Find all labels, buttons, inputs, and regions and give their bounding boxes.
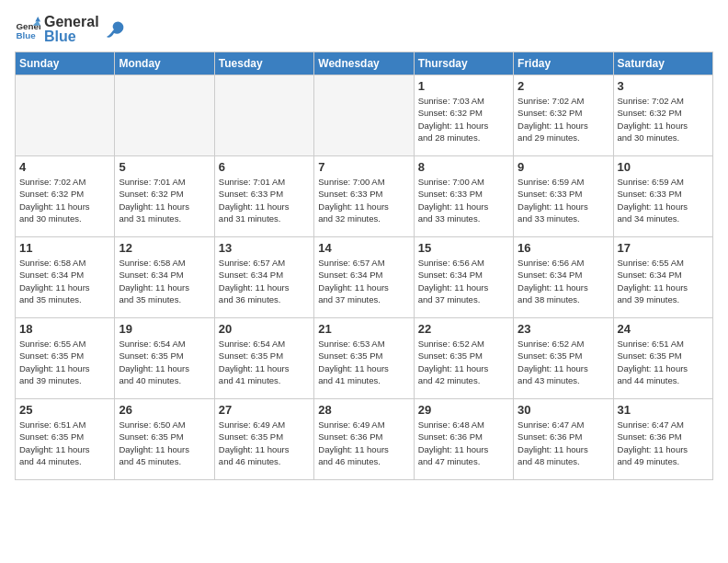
calendar-week-5: 25Sunrise: 6:51 AMSunset: 6:35 PMDayligh… — [16, 399, 713, 480]
calendar-cell: 22Sunrise: 6:52 AMSunset: 6:35 PMDayligh… — [414, 318, 513, 399]
calendar-cell: 28Sunrise: 6:49 AMSunset: 6:36 PMDayligh… — [314, 399, 414, 480]
day-detail: Sunrise: 6:53 AMSunset: 6:35 PMDaylight:… — [318, 338, 409, 386]
logo-text-blue: Blue — [44, 29, 99, 44]
day-detail: Sunrise: 6:54 AMSunset: 6:35 PMDaylight:… — [119, 338, 210, 386]
calendar-cell: 20Sunrise: 6:54 AMSunset: 6:35 PMDayligh… — [214, 318, 313, 399]
day-detail: Sunrise: 7:02 AMSunset: 6:32 PMDaylight:… — [618, 95, 709, 144]
day-detail: Sunrise: 6:59 AMSunset: 6:33 PMDaylight:… — [618, 176, 709, 224]
day-detail: Sunrise: 6:57 AMSunset: 6:34 PMDaylight:… — [318, 257, 409, 305]
day-number: 12 — [119, 241, 210, 255]
day-detail: Sunrise: 6:52 AMSunset: 6:35 PMDaylight:… — [418, 338, 509, 386]
calendar-cell: 29Sunrise: 6:48 AMSunset: 6:36 PMDayligh… — [414, 399, 513, 480]
day-detail: Sunrise: 6:47 AMSunset: 6:36 PMDaylight:… — [518, 419, 609, 467]
day-number: 29 — [418, 403, 509, 417]
day-detail: Sunrise: 7:00 AMSunset: 6:33 PMDaylight:… — [418, 176, 509, 224]
calendar-cell: 24Sunrise: 6:51 AMSunset: 6:35 PMDayligh… — [613, 318, 712, 399]
calendar-cell: 17Sunrise: 6:55 AMSunset: 6:34 PMDayligh… — [613, 237, 712, 318]
svg-text:Blue: Blue — [16, 30, 36, 40]
day-number: 25 — [19, 403, 110, 417]
calendar-cell: 30Sunrise: 6:47 AMSunset: 6:36 PMDayligh… — [514, 399, 613, 480]
calendar-cell — [214, 75, 313, 156]
day-number: 10 — [618, 160, 709, 174]
day-number: 21 — [318, 322, 409, 336]
calendar-cell: 19Sunrise: 6:54 AMSunset: 6:35 PMDayligh… — [115, 318, 214, 399]
day-number: 14 — [318, 241, 409, 255]
day-number: 16 — [518, 241, 609, 255]
day-number: 8 — [418, 160, 509, 174]
day-number: 3 — [618, 79, 709, 93]
day-detail: Sunrise: 7:02 AMSunset: 6:32 PMDaylight:… — [19, 176, 110, 224]
calendar-cell: 7Sunrise: 7:00 AMSunset: 6:33 PMDaylight… — [314, 156, 414, 237]
calendar-cell: 1Sunrise: 7:03 AMSunset: 6:32 PMDaylight… — [414, 75, 513, 156]
calendar-cell: 23Sunrise: 6:52 AMSunset: 6:35 PMDayligh… — [514, 318, 613, 399]
day-number: 11 — [19, 241, 110, 255]
day-detail: Sunrise: 6:56 AMSunset: 6:34 PMDaylight:… — [518, 257, 609, 305]
day-detail: Sunrise: 6:58 AMSunset: 6:34 PMDaylight:… — [19, 257, 110, 305]
day-detail: Sunrise: 6:58 AMSunset: 6:34 PMDaylight:… — [119, 257, 210, 305]
day-number: 18 — [19, 322, 110, 336]
calendar-week-3: 11Sunrise: 6:58 AMSunset: 6:34 PMDayligh… — [16, 237, 713, 318]
day-number: 2 — [518, 79, 609, 93]
day-detail: Sunrise: 7:03 AMSunset: 6:32 PMDaylight:… — [418, 95, 509, 144]
calendar-cell: 6Sunrise: 7:01 AMSunset: 6:33 PMDaylight… — [214, 156, 313, 237]
calendar-cell: 15Sunrise: 6:56 AMSunset: 6:34 PMDayligh… — [414, 237, 513, 318]
day-detail: Sunrise: 6:52 AMSunset: 6:35 PMDaylight:… — [518, 338, 609, 386]
calendar-week-1: 1Sunrise: 7:03 AMSunset: 6:32 PMDaylight… — [16, 75, 713, 156]
col-header-tuesday: Tuesday — [214, 52, 313, 75]
calendar-cell: 13Sunrise: 6:57 AMSunset: 6:34 PMDayligh… — [214, 237, 313, 318]
day-number: 5 — [119, 160, 210, 174]
day-detail: Sunrise: 7:01 AMSunset: 6:32 PMDaylight:… — [119, 176, 210, 224]
calendar-cell: 3Sunrise: 7:02 AMSunset: 6:32 PMDaylight… — [613, 75, 712, 156]
calendar-cell: 14Sunrise: 6:57 AMSunset: 6:34 PMDayligh… — [314, 237, 414, 318]
col-header-sunday: Sunday — [16, 52, 115, 75]
day-number: 9 — [518, 160, 609, 174]
calendar-cell: 12Sunrise: 6:58 AMSunset: 6:34 PMDayligh… — [115, 237, 214, 318]
day-detail: Sunrise: 6:50 AMSunset: 6:35 PMDaylight:… — [119, 419, 210, 467]
logo: General Blue General Blue — [15, 15, 127, 44]
day-number: 27 — [219, 403, 310, 417]
col-header-monday: Monday — [115, 52, 214, 75]
day-detail: Sunrise: 6:56 AMSunset: 6:34 PMDaylight:… — [418, 257, 509, 305]
calendar-cell: 18Sunrise: 6:55 AMSunset: 6:35 PMDayligh… — [16, 318, 115, 399]
day-number: 24 — [618, 322, 709, 336]
day-number: 4 — [19, 160, 110, 174]
calendar-cell: 11Sunrise: 6:58 AMSunset: 6:34 PMDayligh… — [16, 237, 115, 318]
day-number: 17 — [618, 241, 709, 255]
day-detail: Sunrise: 6:55 AMSunset: 6:34 PMDaylight:… — [618, 257, 709, 305]
calendar-week-2: 4Sunrise: 7:02 AMSunset: 6:32 PMDaylight… — [16, 156, 713, 237]
day-number: 31 — [618, 403, 709, 417]
calendar-cell: 10Sunrise: 6:59 AMSunset: 6:33 PMDayligh… — [613, 156, 712, 237]
day-number: 6 — [219, 160, 310, 174]
calendar-cell: 5Sunrise: 7:01 AMSunset: 6:32 PMDaylight… — [115, 156, 214, 237]
day-number: 22 — [418, 322, 509, 336]
day-detail: Sunrise: 6:49 AMSunset: 6:35 PMDaylight:… — [219, 419, 310, 467]
day-number: 1 — [418, 79, 509, 93]
day-number: 26 — [119, 403, 210, 417]
calendar-cell: 31Sunrise: 6:47 AMSunset: 6:36 PMDayligh… — [613, 399, 712, 480]
day-detail: Sunrise: 7:00 AMSunset: 6:33 PMDaylight:… — [318, 176, 409, 224]
calendar-cell — [314, 75, 414, 156]
day-detail: Sunrise: 6:59 AMSunset: 6:33 PMDaylight:… — [518, 176, 609, 224]
day-number: 30 — [518, 403, 609, 417]
day-number: 20 — [219, 322, 310, 336]
day-number: 28 — [318, 403, 409, 417]
day-detail: Sunrise: 6:48 AMSunset: 6:36 PMDaylight:… — [418, 419, 509, 467]
calendar-cell: 4Sunrise: 7:02 AMSunset: 6:32 PMDaylight… — [16, 156, 115, 237]
day-detail: Sunrise: 6:47 AMSunset: 6:36 PMDaylight:… — [618, 419, 709, 467]
calendar-cell — [115, 75, 214, 156]
calendar-header-row: SundayMondayTuesdayWednesdayThursdayFrid… — [16, 52, 713, 75]
calendar-cell: 8Sunrise: 7:00 AMSunset: 6:33 PMDaylight… — [414, 156, 513, 237]
calendar-cell: 21Sunrise: 6:53 AMSunset: 6:35 PMDayligh… — [314, 318, 414, 399]
page-header: General Blue General Blue — [15, 15, 713, 44]
col-header-friday: Friday — [514, 52, 613, 75]
day-detail: Sunrise: 6:51 AMSunset: 6:35 PMDaylight:… — [19, 419, 110, 467]
day-number: 7 — [318, 160, 409, 174]
calendar-table: SundayMondayTuesdayWednesdayThursdayFrid… — [15, 52, 713, 480]
calendar-cell: 16Sunrise: 6:56 AMSunset: 6:34 PMDayligh… — [514, 237, 613, 318]
day-detail: Sunrise: 7:01 AMSunset: 6:33 PMDaylight:… — [219, 176, 310, 224]
calendar-cell: 26Sunrise: 6:50 AMSunset: 6:35 PMDayligh… — [115, 399, 214, 480]
day-detail: Sunrise: 6:57 AMSunset: 6:34 PMDaylight:… — [219, 257, 310, 305]
day-number: 15 — [418, 241, 509, 255]
day-detail: Sunrise: 6:51 AMSunset: 6:35 PMDaylight:… — [618, 338, 709, 386]
day-detail: Sunrise: 6:54 AMSunset: 6:35 PMDaylight:… — [219, 338, 310, 386]
